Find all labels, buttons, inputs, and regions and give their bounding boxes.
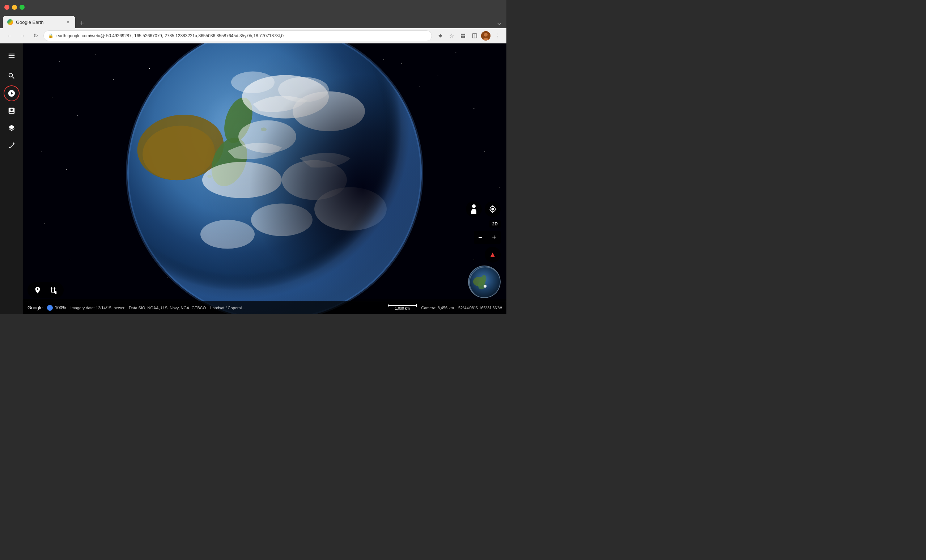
zoom-out-button[interactable]: − (474, 231, 487, 244)
tab-title: Google Earth (16, 20, 62, 25)
minimap[interactable] (468, 265, 501, 298)
reload-button[interactable]: ↻ (30, 31, 41, 41)
svg-point-21 (41, 151, 42, 152)
svg-point-32 (113, 79, 113, 80)
scale-bar: 1,000 km (388, 305, 417, 310)
loading-indicator: 100% (47, 305, 66, 311)
close-button[interactable] (5, 5, 9, 10)
sidebar-item-menu[interactable] (4, 48, 20, 64)
map-tools-panel (27, 282, 64, 298)
svg-point-7 (484, 33, 487, 36)
bookmark-button[interactable]: ☆ (446, 31, 457, 41)
svg-point-36 (438, 76, 439, 76)
loading-pct: 100% (55, 305, 66, 310)
sv-body (471, 209, 477, 214)
svg-point-63 (484, 285, 487, 288)
extensions-button[interactable] (458, 31, 468, 41)
loading-dot (47, 305, 53, 311)
bottom-toolbar: Google 100% Imagery date: 12/14/15−newer… (23, 301, 507, 314)
svg-point-56 (127, 44, 422, 314)
zoom-in-button[interactable]: + (487, 231, 501, 244)
svg-point-25 (44, 224, 45, 224)
url-text: earth.google.com/web/@-50.49269287,-165.… (56, 33, 427, 38)
tab-dropdown-button[interactable] (495, 20, 504, 28)
minimap-globe (469, 266, 501, 298)
scale-bar-area: 1,000 km (249, 305, 417, 310)
data-info: Data SIO, NOAA, U.S. Navy, NGA, GEBCO (129, 306, 206, 310)
tab-bar: Google Earth × + (0, 15, 507, 28)
url-bar[interactable]: 🔒 earth.google.com/web/@-50.49269287,-16… (44, 30, 432, 41)
sidebar-item-ruler[interactable] (4, 138, 20, 153)
security-lock-icon: 🔒 (48, 33, 53, 38)
svg-rect-2 (461, 36, 463, 38)
svg-rect-3 (463, 36, 465, 38)
profile-avatar[interactable] (481, 31, 490, 41)
tab-layout-button[interactable] (469, 31, 480, 41)
sv-head (472, 204, 476, 208)
camera-info: Camera: 8,456 km (421, 306, 454, 310)
map-controls-right: 2D − + ▲ (466, 201, 501, 298)
app-container: Google 100% Imagery date: 12/14/15−newer… (0, 44, 507, 314)
google-logo: Google (27, 305, 43, 310)
svg-rect-0 (461, 34, 463, 35)
svg-point-10 (95, 54, 96, 54)
address-bar: ← → ↻ 🔒 earth.google.com/web/@-50.492692… (0, 28, 507, 44)
svg-point-18 (77, 115, 78, 116)
tab-favicon (7, 19, 13, 25)
forward-button[interactable]: → (17, 31, 27, 41)
active-tab[interactable]: Google Earth × (3, 16, 75, 28)
fullscreen-button[interactable] (20, 5, 24, 10)
scale-line (388, 305, 417, 306)
svg-point-23 (484, 151, 485, 152)
locate-me-button[interactable] (485, 201, 501, 217)
sidebar (0, 44, 23, 314)
landsat-info: Landsat / Coperni... (210, 306, 245, 310)
coordinates: 52°44'08"S 165°31'36"W (458, 306, 502, 310)
svg-point-22 (66, 169, 67, 170)
svg-point-16 (456, 52, 457, 53)
sidebar-item-layers[interactable] (4, 120, 20, 136)
earth-globe (126, 44, 423, 314)
sidebar-item-projects[interactable] (4, 103, 20, 119)
compass-button[interactable]: ▲ (485, 247, 501, 263)
sidebar-item-search[interactable] (4, 68, 20, 84)
svg-point-17 (52, 97, 53, 98)
address-actions: ☆ ⋮ (435, 31, 502, 41)
compass-needle-icon: ▲ (489, 250, 497, 259)
earth-background: Google 100% Imagery date: 12/14/15−newer… (23, 44, 507, 314)
back-button[interactable]: ← (5, 31, 14, 41)
title-bar (0, 0, 507, 15)
imagery-date: Imagery date: 12/14/15−newer (71, 306, 125, 310)
new-tab-button[interactable]: + (77, 18, 87, 28)
svg-point-20 (474, 108, 474, 109)
view-2d-button[interactable]: 2D (489, 220, 501, 228)
menu-button[interactable]: ⋮ (492, 31, 502, 41)
sidebar-item-voyager[interactable] (4, 85, 20, 101)
svg-point-24 (499, 188, 499, 188)
street-view-person-icon (471, 204, 477, 214)
minimize-button[interactable] (12, 5, 17, 10)
tab-close-button[interactable]: × (65, 19, 71, 25)
svg-rect-1 (463, 34, 465, 35)
svg-point-26 (70, 259, 71, 260)
drop-pin-button[interactable] (32, 285, 44, 296)
browser-chrome: Google Earth × + ← → ↻ 🔒 earth.google.co… (0, 0, 507, 44)
street-view-button[interactable] (466, 201, 482, 217)
svg-rect-4 (472, 34, 477, 38)
scale-label: 1,000 km (395, 306, 410, 310)
traffic-lights (5, 5, 24, 10)
map-area[interactable]: Google 100% Imagery date: 12/14/15−newer… (23, 44, 507, 314)
draw-route-button[interactable] (48, 285, 59, 296)
share-button[interactable] (435, 31, 445, 41)
zoom-controls: − + (474, 231, 501, 244)
svg-point-9 (59, 61, 60, 62)
